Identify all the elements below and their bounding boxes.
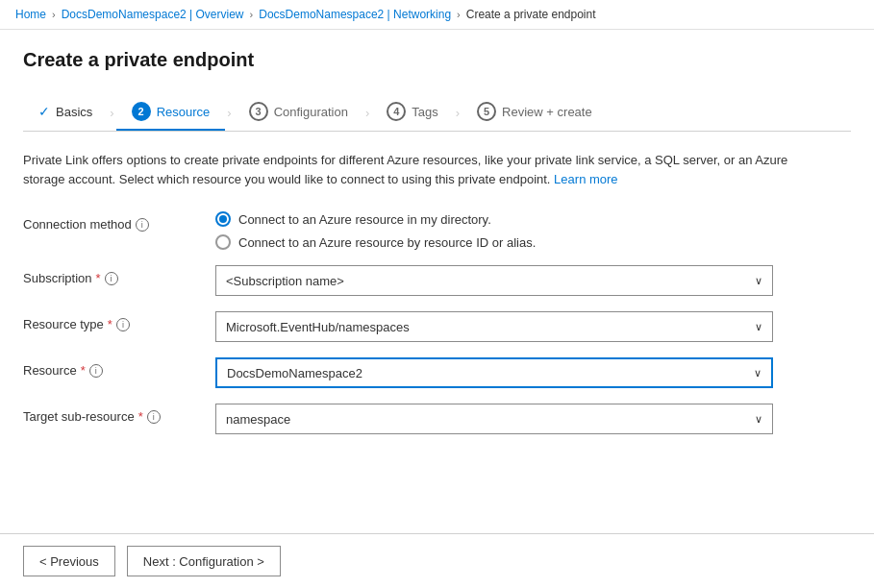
tab-review[interactable]: 5 Review + create xyxy=(462,94,608,131)
breadcrumb-namespace-networking[interactable]: DocsDemoNamespace2 | Networking xyxy=(259,8,451,21)
radio-directory-input[interactable] xyxy=(215,211,231,227)
resource-type-row: Resource type * i Microsoft.EventHub/nam… xyxy=(23,311,851,342)
resource-type-dropdown-arrow-icon: ∨ xyxy=(755,321,762,333)
resource-type-required: * xyxy=(108,317,112,331)
subscription-control: <Subscription name> ∨ xyxy=(215,265,773,296)
subscription-dropdown[interactable]: <Subscription name> ∨ xyxy=(215,265,773,296)
tab-basics-label: Basics xyxy=(56,105,92,119)
tab-sep-2: › xyxy=(225,106,233,120)
target-sub-resource-row: Target sub-resource * i namespace ∨ xyxy=(23,404,851,434)
tab-configuration-label: Configuration xyxy=(274,105,348,119)
tab-configuration-number: 3 xyxy=(249,102,268,121)
subscription-dropdown-arrow-icon: ∨ xyxy=(755,275,762,287)
target-sub-resource-required: * xyxy=(138,409,143,424)
breadcrumb: Home › DocsDemoNamespace2 | Overview › D… xyxy=(0,0,874,30)
description: Private Link offers options to create pr… xyxy=(23,151,792,188)
tab-sep-4: › xyxy=(454,106,462,120)
connection-method-control: Connect to an Azure resource in my direc… xyxy=(215,211,773,250)
main-content: Create a private endpoint ✓ Basics › 2 R… xyxy=(0,30,874,533)
resource-type-control: Microsoft.EventHub/namespaces ∨ xyxy=(215,311,773,342)
tab-tags-number: 4 xyxy=(387,102,406,121)
next-button[interactable]: Next : Configuration > xyxy=(127,546,281,576)
previous-button[interactable]: < Previous xyxy=(23,546,115,576)
target-sub-resource-dropdown[interactable]: namespace ∨ xyxy=(215,404,773,434)
target-sub-resource-control: namespace ∨ xyxy=(215,404,773,434)
breadcrumb-sep-3: › xyxy=(457,9,461,20)
resource-dropdown[interactable]: DocsDemoNamespace2 ∨ xyxy=(215,357,773,388)
tab-resource[interactable]: 2 Resource xyxy=(116,94,226,131)
breadcrumb-sep-2: › xyxy=(250,9,254,20)
tab-review-number: 5 xyxy=(477,102,496,121)
page-title: Create a private endpoint xyxy=(23,49,851,71)
page-wrapper: Home › DocsDemoNamespace2 | Overview › D… xyxy=(0,0,874,588)
tab-sep-1: › xyxy=(108,106,115,120)
subscription-required: * xyxy=(96,271,101,285)
tabs-container: ✓ Basics › 2 Resource › 3 Configuration … xyxy=(23,94,851,132)
subscription-label: Subscription * i xyxy=(23,265,215,285)
resource-type-value: Microsoft.EventHub/namespaces xyxy=(226,320,410,334)
resource-required: * xyxy=(81,363,86,378)
target-sub-resource-info-icon[interactable]: i xyxy=(147,410,161,424)
tab-review-label: Review + create xyxy=(502,105,592,119)
tab-basics[interactable]: ✓ Basics xyxy=(23,96,108,129)
subscription-info-icon[interactable]: i xyxy=(105,272,118,285)
resource-control: DocsDemoNamespace2 ∨ xyxy=(215,357,773,388)
target-sub-resource-value: namespace xyxy=(226,412,290,427)
resource-type-label: Resource type * i xyxy=(23,311,215,331)
tab-tags[interactable]: 4 Tags xyxy=(371,94,453,131)
target-sub-resource-label: Target sub-resource * i xyxy=(23,404,215,424)
form-section: Connection method i Connect to an Azure … xyxy=(23,211,851,434)
subscription-row: Subscription * i <Subscription name> ∨ xyxy=(23,265,851,296)
tab-tags-label: Tags xyxy=(412,105,437,119)
resource-type-dropdown[interactable]: Microsoft.EventHub/namespaces ∨ xyxy=(215,311,773,342)
connection-method-row: Connection method i Connect to an Azure … xyxy=(23,211,851,250)
description-text: Private Link offers options to create pr… xyxy=(23,153,787,186)
target-sub-resource-dropdown-arrow-icon: ∨ xyxy=(755,413,762,426)
breadcrumb-current: Create a private endpoint xyxy=(466,8,596,21)
radio-resource-id-label: Connect to an Azure resource by resource… xyxy=(238,235,536,250)
radio-directory[interactable]: Connect to an Azure resource in my direc… xyxy=(215,211,773,227)
breadcrumb-home[interactable]: Home xyxy=(15,8,46,21)
resource-type-info-icon[interactable]: i xyxy=(116,318,130,331)
learn-more-link[interactable]: Learn more xyxy=(554,172,617,186)
tab-basics-check-icon: ✓ xyxy=(38,104,50,119)
connection-method-info-icon[interactable]: i xyxy=(136,218,149,232)
footer: < Previous Next : Configuration > xyxy=(0,533,874,588)
radio-group: Connect to an Azure resource in my direc… xyxy=(215,211,773,250)
resource-label: Resource * i xyxy=(23,357,215,378)
resource-row: Resource * i DocsDemoNamespace2 ∨ xyxy=(23,357,851,388)
subscription-value: <Subscription name> xyxy=(226,274,344,288)
connection-method-label: Connection method i xyxy=(23,211,215,232)
tab-resource-label: Resource xyxy=(157,105,211,119)
radio-directory-label: Connect to an Azure resource in my direc… xyxy=(238,212,491,227)
breadcrumb-sep-1: › xyxy=(52,9,56,20)
resource-dropdown-arrow-icon: ∨ xyxy=(754,367,762,380)
breadcrumb-namespace-overview[interactable]: DocsDemoNamespace2 | Overview xyxy=(62,8,244,21)
radio-resource-id-input[interactable] xyxy=(215,234,231,250)
tab-configuration[interactable]: 3 Configuration xyxy=(234,94,363,131)
radio-resource-id[interactable]: Connect to an Azure resource by resource… xyxy=(215,234,773,250)
tab-resource-number: 2 xyxy=(132,102,151,121)
resource-info-icon[interactable]: i xyxy=(89,364,103,378)
tab-sep-3: › xyxy=(363,106,371,120)
resource-value: DocsDemoNamespace2 xyxy=(227,366,362,380)
